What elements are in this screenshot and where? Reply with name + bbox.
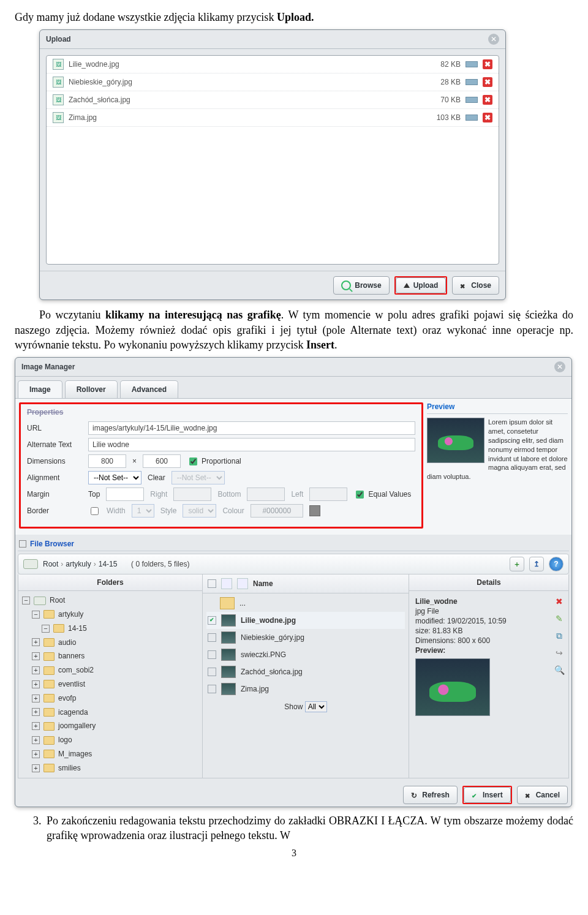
sort-asc-icon[interactable] <box>221 578 232 589</box>
preview-thumb <box>427 418 484 463</box>
upload-button[interactable]: Upload <box>396 277 447 293</box>
tree-audio[interactable]: audio <box>58 636 76 650</box>
margin-top-input[interactable] <box>106 488 144 501</box>
delete-icon[interactable]: ✖ <box>483 77 492 87</box>
url-input[interactable] <box>88 421 415 435</box>
file-row[interactable]: Zachód_słońca.jpg <box>206 663 405 680</box>
expand-icon[interactable]: + <box>32 736 40 744</box>
tab-image[interactable]: Image <box>18 380 62 398</box>
crumb-artykuly[interactable]: artykuly <box>66 560 91 568</box>
delete-icon[interactable]: ✖ <box>483 113 492 122</box>
show-select[interactable]: All <box>305 701 327 712</box>
expand-icon[interactable]: + <box>32 680 40 688</box>
view-icon[interactable]: 🔍 <box>554 665 565 676</box>
proportional-checkbox[interactable] <box>189 457 197 465</box>
equal-values-checkbox[interactable] <box>356 491 364 499</box>
alt-input[interactable] <box>88 438 415 451</box>
file-checkbox[interactable] <box>208 633 216 642</box>
expand-icon[interactable]: − <box>32 611 40 619</box>
browse-button[interactable]: Browse <box>333 276 389 295</box>
tree-icagenda[interactable]: icagenda <box>58 706 88 720</box>
expand-icon[interactable]: − <box>22 597 30 604</box>
tree-logo[interactable]: logo <box>58 733 72 747</box>
close-icon[interactable]: ✕ <box>554 361 565 372</box>
sort-desc-icon[interactable] <box>237 578 248 589</box>
rename-icon[interactable]: ✎ <box>554 613 565 624</box>
upload-filesize: 70 KB <box>418 96 461 104</box>
expand-icon[interactable]: + <box>32 695 40 702</box>
tree-mimages[interactable]: M_images <box>58 747 92 761</box>
height-input[interactable] <box>143 454 181 468</box>
file-checkbox[interactable] <box>208 650 216 659</box>
expand-icon[interactable]: + <box>32 666 40 674</box>
insert-label: Insert <box>483 791 503 799</box>
file-checkbox[interactable] <box>208 685 216 693</box>
expand-icon[interactable]: + <box>32 708 40 716</box>
border-enable-checkbox[interactable] <box>91 507 99 515</box>
file-row[interactable]: Zima.jpg <box>206 680 405 698</box>
detail-preview-thumb <box>415 658 490 716</box>
file-row[interactable]: Niebieskie_góry.jpg <box>206 629 405 646</box>
close-icon[interactable]: ✕ <box>488 34 499 45</box>
border-width-label: Width <box>107 506 126 515</box>
breadcrumb[interactable]: Root›artykuly›14-15 <box>43 560 117 568</box>
tree-joomgallery[interactable]: joomgallery <box>58 719 96 733</box>
file-checkbox[interactable] <box>208 668 216 676</box>
file-icon: 🖼 <box>53 77 64 88</box>
tree-evofp[interactable]: evofp <box>58 691 76 706</box>
delete-icon[interactable]: ✖ <box>483 95 492 105</box>
file-name: Zima.jpg <box>241 685 269 693</box>
file-row[interactable]: Lilie_wodne.jpg <box>206 612 405 629</box>
margin-label: Margin <box>27 490 82 499</box>
file-browser-toolbar: Root›artykuly›14-15 ( 0 folders, 5 files… <box>18 554 569 574</box>
browse-label: Browse <box>355 281 381 290</box>
select-all-checkbox[interactable] <box>208 579 216 588</box>
folder-icon <box>43 764 55 772</box>
file-row[interactable]: swieczki.PNG <box>206 646 405 663</box>
up-folder-icon <box>220 597 235 609</box>
expand-icon[interactable]: + <box>32 652 40 660</box>
margin-bottom-input <box>247 488 285 501</box>
insert-highlight: Insert <box>462 786 512 804</box>
file-checkbox[interactable] <box>208 616 216 625</box>
expand-icon[interactable]: + <box>32 764 40 772</box>
width-input[interactable] <box>88 454 126 468</box>
close-button[interactable]: Close <box>452 276 499 295</box>
tree-root[interactable]: Root <box>50 593 65 608</box>
expand-icon[interactable]: − <box>42 625 50 633</box>
cancel-label: Cancel <box>536 791 560 799</box>
refresh-icon <box>411 791 418 799</box>
move-icon[interactable]: ↪ <box>554 647 565 658</box>
alignment-select[interactable]: --Not Set-- <box>88 471 141 484</box>
expand-icon[interactable]: + <box>32 750 40 758</box>
cancel-button[interactable]: Cancel <box>517 786 568 804</box>
detail-modified: modified: 19/02/2015, 10:59 <box>415 617 562 625</box>
upload-tool-icon[interactable] <box>529 557 544 571</box>
page-number: 3 <box>15 848 573 859</box>
folder-icon <box>43 638 55 647</box>
copy-icon[interactable]: ⧉ <box>554 630 565 641</box>
file-row-up[interactable]: ... <box>206 595 405 612</box>
tree-banners[interactable]: banners <box>58 649 85 663</box>
progress-icon <box>466 97 478 103</box>
upload-dialog-title: Upload <box>46 35 71 43</box>
delete-icon[interactable]: ✖ <box>483 59 492 69</box>
new-folder-icon[interactable] <box>510 557 524 571</box>
collapse-icon[interactable] <box>19 540 26 548</box>
crumb-1415[interactable]: 14-15 <box>99 560 118 568</box>
help-icon[interactable]: ? <box>549 557 564 571</box>
insert-button[interactable]: Insert <box>464 787 511 803</box>
tree-com-sobi2[interactable]: com_sobi2 <box>58 663 94 677</box>
expand-icon[interactable]: + <box>32 722 40 730</box>
expand-icon[interactable]: + <box>32 638 40 646</box>
para-1-pre: Gdy mamy już dodane wszystkie zdjęcia kl… <box>15 11 277 23</box>
tree-smilies[interactable]: smilies <box>58 761 81 775</box>
tree-eventlist[interactable]: eventlist <box>58 677 85 691</box>
refresh-button[interactable]: Refresh <box>403 786 458 804</box>
tab-advanced[interactable]: Advanced <box>120 380 178 398</box>
tree-artykuly[interactable]: artykuly <box>58 608 83 622</box>
tree-1415[interactable]: 14-15 <box>68 622 87 636</box>
tab-rollover[interactable]: Rollover <box>65 380 118 398</box>
delete-file-icon[interactable]: ✖ <box>554 596 565 607</box>
crumb-root[interactable]: Root <box>43 560 58 568</box>
